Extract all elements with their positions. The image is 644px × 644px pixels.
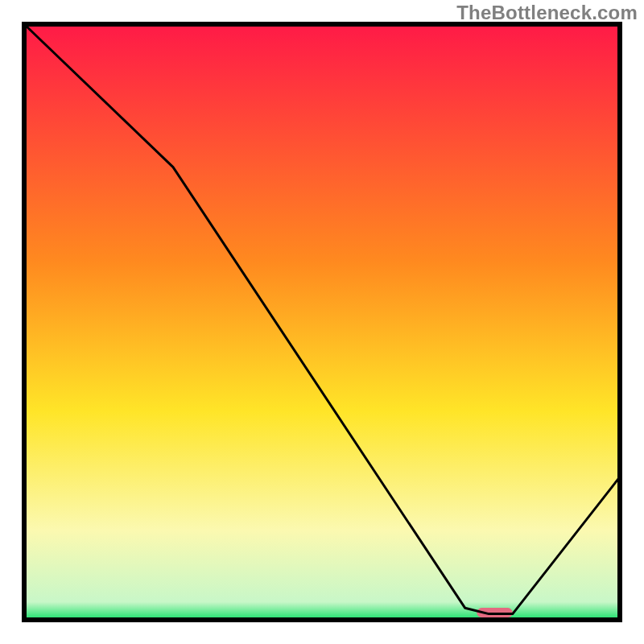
bottleneck-chart [0,0,644,644]
watermark-text: TheBottleneck.com [456,2,638,24]
gradient-background [24,24,620,620]
chart-container: TheBottleneck.com [0,0,644,644]
